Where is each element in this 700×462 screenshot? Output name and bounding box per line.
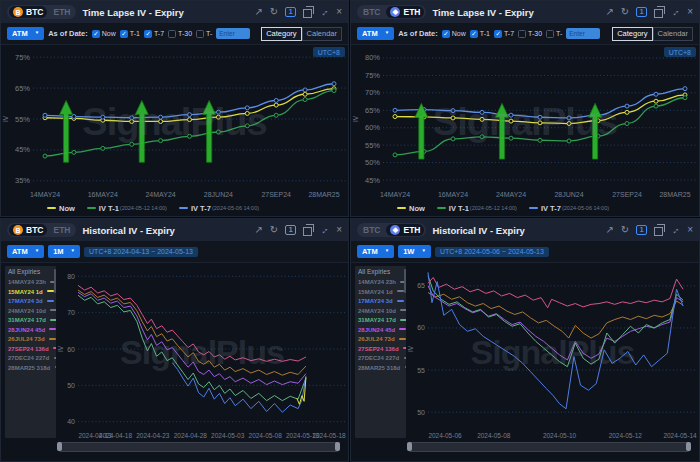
expiry-item[interactable]: 17MAY24 3d: [358, 296, 404, 306]
zoom-slider[interactable]: [407, 442, 691, 452]
fullscreen-icon[interactable]: ↔: [668, 5, 682, 19]
legend-item-t1[interactable]: IV T-1(2024-05-12 14:00): [437, 204, 517, 213]
refresh-icon[interactable]: ↻: [621, 225, 629, 235]
coin-tab-btc[interactable]: BBTC: [9, 224, 47, 236]
expiry-item[interactable]: 15MAY24 1d: [8, 287, 54, 297]
close-icon[interactable]: ×: [687, 7, 693, 17]
checkbox-box[interactable]: [168, 30, 176, 38]
category-view-button[interactable]: Category: [612, 27, 652, 41]
period-select[interactable]: 1W▼: [398, 245, 431, 258]
strike-select[interactable]: ATM▼: [357, 27, 394, 40]
strike-select[interactable]: ATM▼: [357, 245, 394, 258]
copy-icon[interactable]: [303, 9, 312, 18]
expiry-item[interactable]: 31MAY24 17d: [8, 315, 54, 325]
legend-item-t7[interactable]: IV T-7(2024-05-06 14:00): [529, 204, 609, 213]
checkbox-box[interactable]: [470, 30, 478, 38]
checkbox-t7[interactable]: T-7: [144, 30, 164, 38]
checkbox-now[interactable]: Now: [92, 30, 116, 38]
checkbox-t-custom[interactable]: T-: [546, 30, 562, 38]
checkbox-box[interactable]: [546, 30, 554, 38]
legend-item-now[interactable]: Now: [47, 204, 75, 213]
calendar-view-button[interactable]: Calendar: [653, 27, 693, 41]
expiry-item[interactable]: 28JUN24 45d: [8, 325, 54, 335]
coin-tab-btc[interactable]: BTC: [359, 224, 384, 236]
coin-tab-eth[interactable]: ◆ETH: [386, 6, 424, 18]
slider-handle-right[interactable]: [335, 442, 340, 451]
export-icon[interactable]: ↗: [254, 225, 262, 235]
close-icon[interactable]: ×: [687, 225, 693, 235]
expiry-item[interactable]: 14MAY24 23h: [8, 277, 54, 287]
legend-item-t1[interactable]: IV T-1(2024-05-12 14:00): [87, 204, 167, 213]
single-view-icon[interactable]: 1: [285, 225, 296, 235]
copy-icon[interactable]: [654, 9, 663, 18]
fullscreen-icon[interactable]: ↔: [668, 223, 682, 237]
expiry-item[interactable]: 28MAR25 318d: [358, 363, 404, 373]
expiry-item[interactable]: 26JUL24 73d: [8, 334, 54, 344]
checkbox-box[interactable]: [442, 30, 450, 38]
expiry-item[interactable]: 28JUN24 45d: [358, 325, 404, 335]
strike-select[interactable]: ATM▼: [7, 245, 44, 258]
expiry-item[interactable]: 27DEC24 227d: [358, 353, 404, 363]
checkbox-box[interactable]: [196, 30, 204, 38]
t-custom-input[interactable]: [566, 28, 600, 39]
checkbox-box[interactable]: [120, 30, 128, 38]
coin-toggle[interactable]: BTC ◆ETH: [357, 5, 426, 19]
export-icon[interactable]: ↗: [605, 7, 613, 17]
copy-icon[interactable]: [303, 227, 312, 236]
fullscreen-icon[interactable]: ↔: [317, 223, 331, 237]
legend-item-now[interactable]: Now: [397, 204, 425, 213]
checkbox-t1[interactable]: T-1: [470, 30, 490, 38]
zoom-slider[interactable]: [57, 442, 340, 452]
period-select[interactable]: 1M▼: [48, 245, 80, 258]
refresh-icon[interactable]: ↻: [270, 225, 278, 235]
slider-handle-left[interactable]: [57, 442, 62, 451]
export-icon[interactable]: ↗: [605, 225, 613, 235]
expiry-item[interactable]: 27SEP24 136d: [358, 344, 404, 354]
checkbox-t30[interactable]: T-30: [518, 30, 542, 38]
expiry-item[interactable]: 24MAY24 10d: [358, 306, 404, 316]
single-view-icon[interactable]: 1: [285, 7, 296, 17]
expiry-item[interactable]: 14MAY24 23h: [358, 277, 404, 287]
coin-toggle[interactable]: BBTC ETH: [7, 223, 76, 237]
expiry-item[interactable]: 17MAY24 3d: [8, 296, 54, 306]
close-icon[interactable]: ×: [336, 7, 342, 17]
coin-tab-eth[interactable]: ETH: [49, 6, 74, 18]
t-custom-input[interactable]: [216, 28, 250, 39]
single-view-icon[interactable]: 1: [636, 225, 647, 235]
single-view-icon[interactable]: 1: [636, 7, 647, 17]
slider-handle-left[interactable]: [407, 442, 412, 451]
checkbox-t30[interactable]: T-30: [168, 30, 192, 38]
category-view-button[interactable]: Category: [261, 27, 301, 41]
legend-item-t7[interactable]: IV T-7(2024-05-06 14:00): [179, 204, 259, 213]
expiry-item[interactable]: 24MAY24 10d: [8, 306, 54, 316]
expiry-item[interactable]: 28MAR25 318d: [8, 363, 54, 373]
expiry-item[interactable]: 27DEC24 227d: [8, 353, 54, 363]
export-icon[interactable]: ↗: [254, 7, 262, 17]
calendar-view-button[interactable]: Calendar: [302, 27, 342, 41]
coin-tab-eth[interactable]: ◆ETH: [386, 224, 424, 236]
checkbox-now[interactable]: Now: [442, 30, 466, 38]
refresh-icon[interactable]: ↻: [621, 7, 629, 17]
expiry-item[interactable]: 26JUL24 73d: [358, 334, 404, 344]
coin-tab-btc[interactable]: BTC: [359, 6, 384, 18]
fullscreen-icon[interactable]: ↔: [317, 5, 331, 19]
strike-select[interactable]: ATM▼: [7, 27, 44, 40]
coin-toggle[interactable]: BBTC ETH: [7, 5, 76, 19]
checkbox-box[interactable]: [494, 30, 502, 38]
refresh-icon[interactable]: ↻: [270, 7, 278, 17]
close-icon[interactable]: ×: [336, 225, 342, 235]
checkbox-box[interactable]: [144, 30, 152, 38]
expiry-item[interactable]: 15MAY24 1d: [358, 287, 404, 297]
slider-handle-right[interactable]: [686, 442, 691, 451]
coin-tab-eth[interactable]: ETH: [49, 224, 74, 236]
coin-tab-btc[interactable]: BBTC: [9, 6, 47, 18]
checkbox-box[interactable]: [92, 30, 100, 38]
coin-toggle[interactable]: BTC ◆ETH: [357, 223, 426, 237]
expiry-item[interactable]: 31MAY24 17d: [358, 315, 404, 325]
checkbox-box[interactable]: [518, 30, 526, 38]
checkbox-t7[interactable]: T-7: [494, 30, 514, 38]
checkbox-t-custom[interactable]: T-: [196, 30, 212, 38]
checkbox-t1[interactable]: T-1: [120, 30, 140, 38]
copy-icon[interactable]: [654, 227, 663, 236]
expiry-item[interactable]: 27SEP24 136d: [8, 344, 54, 354]
